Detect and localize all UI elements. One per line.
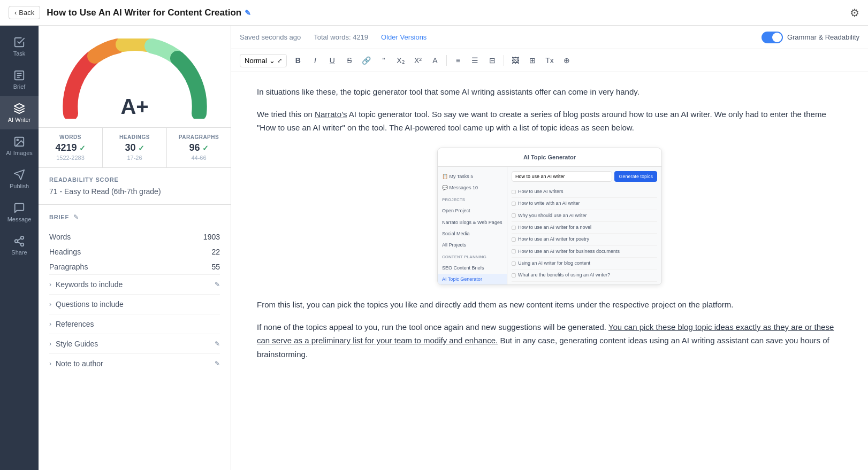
bullet-list-button[interactable]: ≡ <box>450 52 466 68</box>
ss-all-projects: All Projects <box>438 240 507 251</box>
back-button[interactable]: ‹ Back <box>9 6 40 19</box>
align-button[interactable]: ⊟ <box>484 52 500 68</box>
brief-edit-icon[interactable]: ✎ <box>73 213 79 221</box>
link-button[interactable]: 🔗 <box>359 52 375 68</box>
total-words: Total words: 4219 <box>314 33 368 41</box>
ss-sidebar-tasks: 📋 My Tasks 5 <box>438 171 507 182</box>
clear-format-button[interactable]: Tx <box>542 52 558 68</box>
headings-check-icon: ✓ <box>138 144 144 152</box>
sidebar-label-message: Message <box>7 216 32 222</box>
editor-topbar: Saved seconds ago Total words: 4219 Olde… <box>231 26 868 49</box>
brief-row-headings: Headings 22 <box>49 244 220 259</box>
sidebar-item-ai-writer[interactable]: AI Writer <box>0 96 39 129</box>
table-button[interactable]: ⊞ <box>524 52 540 68</box>
sidebar-label-share: Share <box>11 249 27 256</box>
brief-row-words: Words 1903 <box>49 229 220 244</box>
image-button[interactable]: 🖼 <box>507 52 523 68</box>
ss-social-media: Social Media <box>438 228 507 240</box>
ss-section-projects: PROJECTS <box>438 194 507 206</box>
older-versions-link[interactable]: Older Versions <box>381 33 427 41</box>
collapsible-note-to-author[interactable]: › Note to author ✎ <box>49 353 220 373</box>
screenshot-main: Generate topics How to use AI writers Ho… <box>507 167 661 284</box>
brief-headings-label: Headings <box>49 248 81 256</box>
screenshot-title: AI Topic Generator <box>438 148 661 167</box>
sidebar-item-publish[interactable]: Publish <box>0 163 39 196</box>
collapsible-references[interactable]: › References <box>49 314 220 334</box>
ss-sidebar-messages: 💬 Messages 10 <box>438 182 507 194</box>
sidebar-item-share[interactable]: Share <box>0 229 39 262</box>
references-label: References <box>56 320 220 328</box>
note-to-author-label: Note to author <box>56 359 210 368</box>
words-range: 1522-2283 <box>47 155 94 161</box>
paragraphs-stat-label: PARAGRAPHS <box>176 134 222 140</box>
strikethrough-button[interactable]: S <box>341 52 357 68</box>
save-status: Saved seconds ago <box>240 33 301 41</box>
gauge-grade: A+ <box>120 95 148 119</box>
chevron-icon: › <box>49 340 51 348</box>
paragraphs-stat-value: 96 ✓ <box>176 142 222 153</box>
narrato-link[interactable]: Narrato's <box>315 110 347 119</box>
superscript-button[interactable]: X² <box>410 52 426 68</box>
collapsible-keywords[interactable]: › Keywords to include ✎ <box>49 274 220 294</box>
sidebar-label-ai-images: AI Images <box>6 150 33 156</box>
sidebar-label-task: Task <box>13 50 26 57</box>
sidebar-label-publish: Publish <box>10 183 29 189</box>
settings-icon[interactable]: ⚙ <box>850 6 859 19</box>
ss-generate-btn: Generate topics <box>614 171 657 182</box>
brief-title: BRIEF <box>49 214 69 220</box>
ai-topic-generator-screenshot: AI Topic Generator 📋 My Tasks 5 💬 Messag… <box>437 148 662 286</box>
left-panel: A+ WORDS 4219 ✓ 1522-2283 HEADINGS 30 ✓ … <box>39 26 231 470</box>
chevron-icon: › <box>49 360 51 367</box>
underline-button[interactable]: U <box>324 52 340 68</box>
insert-button[interactable]: ⊕ <box>559 52 575 68</box>
gauge-section: A+ <box>39 26 231 128</box>
style-guides-label: Style Guides <box>56 340 210 348</box>
grammar-label: Grammar & Readability <box>787 33 859 41</box>
format-style-dropdown[interactable]: Normal ⌄ ⤢ <box>240 54 287 67</box>
sidebar-label-ai-writer: AI Writer <box>8 117 31 123</box>
font-color-button[interactable]: A <box>427 52 443 68</box>
words-stat-label: WORDS <box>47 134 94 140</box>
ss-topic-list: How to use AI writers How to write with … <box>512 186 657 285</box>
bold-button[interactable]: B <box>290 52 306 68</box>
screenshot-body: 📋 My Tasks 5 💬 Messages 10 PROJECTS Open… <box>438 167 661 284</box>
questions-label: Questions to include <box>56 300 220 309</box>
ss-ai-topic-generator: AI Topic Generator <box>438 274 507 284</box>
format-toolbar: Normal ⌄ ⤢ B I U S 🔗 " X₂ X² A ≡ ☰ ⊟ 🖼 ⊞… <box>231 49 868 72</box>
style-guides-edit-icon[interactable]: ✎ <box>215 340 220 348</box>
sidebar-item-brief[interactable]: Brief <box>0 63 39 96</box>
sidebar-item-task[interactable]: Task <box>0 30 39 63</box>
numbered-list-button[interactable]: ☰ <box>467 52 483 68</box>
brief-row-paragraphs: Paragraphs 55 <box>49 259 220 274</box>
grammar-toggle: Grammar & Readability <box>762 32 859 43</box>
sidebar-item-ai-images[interactable]: AI Images <box>0 129 39 163</box>
ss-input-row: Generate topics <box>512 171 657 182</box>
brief-words-value: 1903 <box>203 233 220 241</box>
italic-button[interactable]: I <box>307 52 323 68</box>
keywords-label: Keywords to include <box>56 280 210 289</box>
editor-content[interactable]: In situations like these, the topic gene… <box>231 72 868 470</box>
note-to-author-edit-icon[interactable]: ✎ <box>215 360 220 367</box>
grammar-toggle-switch[interactable] <box>762 32 783 43</box>
headings-range: 17-26 <box>111 155 158 161</box>
subscript-button[interactable]: X₂ <box>393 52 409 68</box>
collapsible-questions[interactable]: › Questions to include <box>49 294 220 314</box>
main-layout: Task Brief AI Writer AI Images Publish M… <box>0 26 868 470</box>
screenshot-sidebar: 📋 My Tasks 5 💬 Messages 10 PROJECTS Open… <box>438 167 507 284</box>
page-title: How to Use An AI Writer for Content Crea… <box>47 7 251 18</box>
collapsible-style-guides[interactable]: › Style Guides ✎ <box>49 334 220 353</box>
title-edit-icon[interactable]: ✎ <box>245 9 251 17</box>
chevron-icon: › <box>49 281 51 288</box>
paragraphs-range: 44-66 <box>176 155 222 161</box>
words-stat: WORDS 4219 ✓ 1522-2283 <box>39 128 103 167</box>
chevron-icon: › <box>49 301 51 308</box>
icon-sidebar: Task Brief AI Writer AI Images Publish M… <box>0 26 39 470</box>
keywords-edit-icon[interactable]: ✎ <box>215 281 220 288</box>
sidebar-item-message[interactable]: Message <box>0 196 39 229</box>
quote-button[interactable]: " <box>376 52 392 68</box>
headings-stat: HEADINGS 30 ✓ 17-26 <box>103 128 167 167</box>
expand-icon: ⤢ <box>277 57 282 64</box>
brief-section: BRIEF ✎ Words 1903 Headings 22 Paragraph… <box>39 205 231 382</box>
headings-stat-value: 30 ✓ <box>111 142 158 153</box>
ss-open-project: Open Project <box>438 205 507 217</box>
